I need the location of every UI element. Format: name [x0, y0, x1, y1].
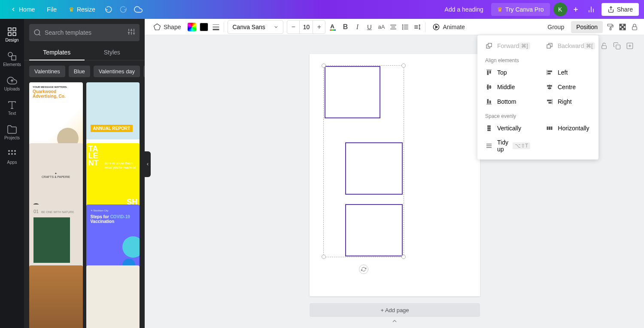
- border-color-button[interactable]: [200, 23, 208, 31]
- user-avatar[interactable]: K: [553, 3, 567, 16]
- space-horizontally[interactable]: Horizontally: [538, 121, 598, 135]
- expand-pages-button[interactable]: [391, 318, 398, 326]
- space-v-icon: [485, 124, 493, 132]
- resize-handle-tr[interactable]: [401, 63, 406, 68]
- align-top[interactable]: Top: [477, 65, 538, 80]
- chip-row: Valentines Blue Valentines day Foo: [24, 60, 145, 82]
- design-page[interactable]: [310, 54, 480, 296]
- template-thumbnail[interactable]: [86, 265, 140, 328]
- align-right[interactable]: Right: [538, 94, 598, 109]
- cloud-sync-button[interactable]: [131, 3, 145, 16]
- redo-icon: [119, 6, 127, 13]
- align-left[interactable]: Left: [538, 65, 598, 80]
- back-button[interactable]: Home: [5, 3, 40, 15]
- svg-rect-52: [610, 28, 611, 30]
- resize-handle-bl[interactable]: [322, 255, 326, 259]
- redo-button[interactable]: [117, 3, 130, 16]
- shape-rect[interactable]: [325, 66, 380, 118]
- context-toolbar: Shape Canva Sans − + A B I U aA Animate …: [145, 19, 644, 35]
- shape-button[interactable]: Shape: [150, 21, 184, 33]
- rail-elements[interactable]: Elements: [0, 47, 24, 71]
- fill-color-button[interactable]: [188, 23, 196, 31]
- font-size-increase[interactable]: +: [313, 21, 325, 33]
- duplicate-page-button[interactable]: [613, 42, 621, 51]
- svg-point-18: [11, 153, 13, 155]
- add-collaborator-button[interactable]: [571, 4, 581, 15]
- text-color-button[interactable]: A: [329, 23, 337, 31]
- bold-button[interactable]: B: [341, 23, 349, 31]
- font-size-input[interactable]: [299, 21, 313, 33]
- position-button[interactable]: Position: [571, 21, 603, 33]
- svg-point-45: [403, 28, 404, 29]
- tidy-up[interactable]: Tidy up ⌥⇧T: [477, 135, 538, 156]
- animate-button[interactable]: Animate: [429, 21, 468, 33]
- rotate-handle[interactable]: [359, 265, 368, 274]
- panel-tabs: Templates Styles: [24, 45, 145, 60]
- transparency-button[interactable]: [618, 23, 627, 31]
- paint-roller-icon: [607, 23, 614, 31]
- apps-icon: [7, 149, 17, 159]
- chip[interactable]: Valentines day: [94, 66, 140, 77]
- lock-icon: [631, 23, 638, 31]
- align-middle[interactable]: Middle: [477, 80, 538, 94]
- font-size-decrease[interactable]: −: [287, 21, 299, 33]
- svg-rect-6: [8, 28, 11, 31]
- share-button[interactable]: Share: [601, 3, 639, 16]
- add-page-button[interactable]: + Add page: [310, 303, 480, 317]
- group-button[interactable]: Group: [544, 21, 568, 33]
- document-title-input[interactable]: [404, 3, 488, 15]
- rail-design[interactable]: Design: [0, 22, 24, 47]
- template-thumbnail[interactable]: YOUR MESSAGE MATTERS.Quarkwood Advertisi…: [29, 82, 83, 153]
- resize-button[interactable]: ♛ Resize: [64, 3, 100, 15]
- chip[interactable]: Blue: [69, 66, 90, 77]
- undo-icon: [105, 6, 112, 13]
- svg-line-21: [39, 34, 40, 35]
- align-button[interactable]: [389, 23, 398, 31]
- template-thumbnail[interactable]: ✦CRAFTS & PAPERIE▶: [29, 143, 83, 214]
- shape-rect[interactable]: [345, 204, 403, 256]
- italic-button[interactable]: I: [353, 23, 361, 31]
- search-input[interactable]: [45, 29, 128, 36]
- try-pro-button[interactable]: ♛ Try Canva Pro: [491, 3, 550, 16]
- border-style-button[interactable]: [212, 23, 220, 31]
- add-page-icon-button[interactable]: [626, 42, 634, 51]
- svg-point-20: [34, 30, 39, 35]
- template-thumbnail[interactable]: ANNUAL REPORT: [86, 82, 140, 153]
- spacing-button[interactable]: [413, 23, 422, 31]
- undo-button[interactable]: [102, 3, 115, 16]
- list-button[interactable]: [401, 23, 410, 31]
- template-thumbnail[interactable]: ✦ Stockton CitySteps for COVID-19Vaccina…: [86, 205, 140, 276]
- case-button[interactable]: aA: [377, 23, 386, 31]
- animate-icon: [432, 23, 440, 31]
- rail-text[interactable]: Text: [0, 96, 24, 120]
- svg-rect-8: [8, 33, 11, 36]
- template-thumbnail[interactable]: TALENTtime to show them what you're made…: [86, 143, 140, 214]
- rail-projects[interactable]: Projects: [0, 120, 24, 144]
- rail-apps[interactable]: Apps: [0, 144, 24, 169]
- rotate-icon: [361, 267, 366, 272]
- align-bottom[interactable]: Bottom: [477, 94, 538, 109]
- rail-uploads[interactable]: Uploads: [0, 71, 24, 96]
- copy-style-button[interactable]: [606, 23, 615, 31]
- align-centre[interactable]: Centre: [538, 80, 598, 94]
- font-select[interactable]: Canva Sans: [228, 20, 283, 34]
- template-thumbnail[interactable]: 01 BE ONE WITH NATURE: [29, 205, 83, 276]
- svg-rect-34: [213, 29, 219, 30]
- tab-styles[interactable]: Styles: [85, 45, 140, 60]
- svg-rect-66: [488, 43, 492, 47]
- chip[interactable]: Valentines: [29, 66, 65, 77]
- panel-collapse-button[interactable]: [145, 151, 151, 177]
- side-rail: Design Elements Uploads Text Projects Ap…: [0, 19, 24, 328]
- underline-button[interactable]: U: [365, 23, 374, 31]
- svg-point-17: [8, 153, 10, 155]
- lock-button[interactable]: [630, 23, 639, 31]
- filter-button[interactable]: [128, 28, 135, 37]
- chevron-left-icon: [10, 6, 16, 12]
- space-vertically[interactable]: Vertically: [477, 121, 538, 135]
- tab-templates[interactable]: Templates: [29, 45, 85, 60]
- shape-rect[interactable]: [345, 142, 403, 195]
- file-menu[interactable]: File: [42, 3, 62, 15]
- svg-rect-76: [487, 85, 489, 90]
- insights-button[interactable]: [584, 3, 598, 16]
- template-thumbnail[interactable]: [29, 265, 83, 328]
